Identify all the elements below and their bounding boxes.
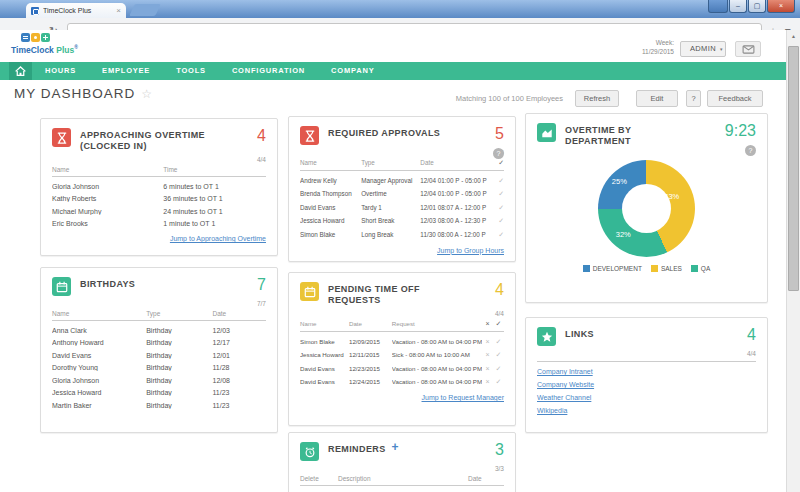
card-title: LINKS <box>565 327 594 340</box>
table-row: Brenda Thompson Overtime 12/04 01:00 P -… <box>300 185 504 199</box>
card-count: 5 <box>495 126 504 141</box>
cell-name: Michael Murphy <box>52 208 163 215</box>
cell-type: Manager Approval <box>361 177 420 185</box>
table-row: Martin Baker Birthday 11/23 <box>52 396 266 409</box>
vertical-scrollbar[interactable]: ▲ <box>786 30 800 492</box>
scrollbar-thumb[interactable] <box>788 46 799 291</box>
table-header: Name Type Date <box>52 310 266 321</box>
table-row: Jessica Howard Short Break 12/03 08:00 A… <box>300 212 504 226</box>
approve-icon[interactable]: ✓ <box>492 177 504 185</box>
nav-item-configuration[interactable]: CONFIGURATION <box>219 62 318 80</box>
alarm-clock-icon <box>300 442 319 461</box>
deny-icon[interactable]: × <box>482 365 493 373</box>
shown-count: 4/4 <box>537 350 756 358</box>
deny-icon[interactable]: × <box>482 338 493 346</box>
approve-icon[interactable]: ✓ <box>493 338 504 346</box>
donut-label-development: 25% <box>612 177 627 186</box>
jump-to-approaching-overtime-link[interactable]: Jump to Approaching Overtime <box>52 235 266 242</box>
dashboard-actions: Matching 100 of 100 Employees Refresh Ed… <box>456 90 763 107</box>
browser-tab[interactable]: TimeClock Plus × <box>26 3 126 18</box>
deny-all-icon[interactable]: × <box>482 320 493 328</box>
help-icon[interactable]: ? <box>493 148 504 159</box>
feedback-button[interactable]: Feedback <box>707 90 763 107</box>
cell-name: Gloria Johnson <box>52 183 163 190</box>
legend-item: DEVELOPMENT <box>583 265 642 272</box>
approve-icon[interactable]: ✓ <box>493 365 504 373</box>
cell-date: 12/03 08:00 A - 12:30 P <box>420 217 492 225</box>
nav-item-hours[interactable]: HOURS <box>32 62 89 80</box>
help-icon[interactable]: ? <box>745 145 756 156</box>
cell-name: Kathy Roberts <box>52 195 163 202</box>
approve-all-icon[interactable]: ✓ <box>493 320 504 328</box>
jump-to-group-hours-link[interactable]: Jump to Group Hours <box>300 247 504 254</box>
approve-icon[interactable]: ✓ <box>492 204 504 212</box>
cell-request: Vacation - 08:00 AM to 04:00 PM <box>392 378 482 386</box>
nav-home-button[interactable] <box>9 62 32 80</box>
window-controls: – ▢ × <box>708 0 795 13</box>
refresh-button[interactable]: Refresh <box>575 90 619 107</box>
logo-text-primary: TimeClock <box>11 45 54 55</box>
card-header: OVERTIME BY DEPARTMENT 9:23 <box>537 123 756 147</box>
nav-item-tools[interactable]: TOOLS <box>163 62 219 80</box>
approve-icon[interactable]: ✓ <box>492 217 504 225</box>
scroll-up-icon[interactable]: ▲ <box>787 30 800 43</box>
table-row: David Evans Birthday 12/01 <box>52 346 266 359</box>
jump-to-request-manager-link[interactable]: Jump to Request Manager <box>300 394 504 401</box>
table-row: Jessica Howard 12/11/2015 Sick - 08:00 A… <box>300 346 504 360</box>
deny-icon[interactable]: × <box>482 378 493 386</box>
column-name: Name <box>300 159 361 167</box>
link-wikipedia[interactable]: Wikipedia <box>537 407 756 414</box>
week-selector[interactable]: Week: 11/29/2015 <box>642 39 674 56</box>
star-outline-icon[interactable]: ☆ <box>141 87 153 101</box>
approve-icon[interactable]: ✓ <box>493 378 504 386</box>
cell-request: Sick - 08:00 AM to 10:00 AM <box>392 351 482 359</box>
nav-item-company[interactable]: COMPANY <box>318 62 387 80</box>
app-content: TimeClock Plus® Week: 11/29/2015 ADMIN ▾… <box>0 30 786 492</box>
approve-icon[interactable]: ✓ <box>493 351 504 359</box>
cell-name: Jessica Howard <box>300 217 361 225</box>
logo-text-secondary: Plus <box>56 45 74 55</box>
cell-date: 11/28 <box>212 364 266 371</box>
link-company-website[interactable]: Company Website <box>537 381 756 388</box>
table-row: Anthony Howard Birthday 12/17 <box>52 334 266 347</box>
card-count: 3 <box>495 442 504 457</box>
new-tab-button[interactable] <box>129 4 161 16</box>
card-header: REMINDERS + 3 <box>300 442 504 461</box>
card-header: REQUIRED APPROVALS 5 <box>300 126 504 145</box>
close-button[interactable]: × <box>767 0 795 13</box>
deny-icon[interactable]: × <box>482 351 493 359</box>
cell-request: Vacation - 08:00 AM to 04:00 PM <box>392 365 482 373</box>
messages-button[interactable] <box>735 41 761 57</box>
table-row: Simon Blake 12/09/2015 Vacation - 08:00 … <box>300 332 504 346</box>
card-title: APPROACHING OVERTIME (CLOCKED IN) <box>80 128 210 152</box>
page-title-text: MY DASHBOARD <box>14 86 135 101</box>
approve-all-icon[interactable]: ✓ <box>492 159 504 167</box>
minimize-button[interactable]: – <box>729 0 747 13</box>
legend-item: QA <box>691 265 710 272</box>
home-icon <box>14 65 27 77</box>
approve-icon[interactable]: ✓ <box>492 190 504 198</box>
column-request: Request <box>392 320 482 328</box>
table-header: Name Date Request × ✓ <box>300 320 504 332</box>
approve-icon[interactable]: ✓ <box>492 231 504 239</box>
maximize-button[interactable]: ▢ <box>748 0 766 13</box>
cell-type: Birthday <box>146 339 212 346</box>
profile-button[interactable] <box>708 0 728 13</box>
add-reminder-button[interactable]: + <box>392 442 399 453</box>
donut-label-qa: 32% <box>616 229 631 238</box>
cell-date: 12/17 <box>212 339 266 346</box>
tab-close-icon[interactable]: × <box>116 7 121 15</box>
cell-time: 1 minute to OT 1 <box>163 220 266 227</box>
cell-name: Andrew Kelly <box>300 177 361 185</box>
overtime-total: 9:23 <box>725 123 756 138</box>
help-button[interactable]: ? <box>686 90 701 107</box>
card-count: 7 <box>257 277 266 292</box>
link-company-intranet[interactable]: Company Intranet <box>537 368 756 375</box>
admin-menu-button[interactable]: ADMIN ▾ <box>680 41 726 57</box>
link-weather-channel[interactable]: Weather Channel <box>537 394 756 401</box>
edit-button[interactable]: Edit <box>636 90 678 107</box>
card-header: LINKS 4 <box>537 327 756 346</box>
main-nav: HOURS EMPLOYEE TOOLS CONFIGURATION COMPA… <box>0 62 786 80</box>
shown-count: 4/4 <box>52 156 266 164</box>
nav-item-employee[interactable]: EMPLOYEE <box>89 62 163 80</box>
